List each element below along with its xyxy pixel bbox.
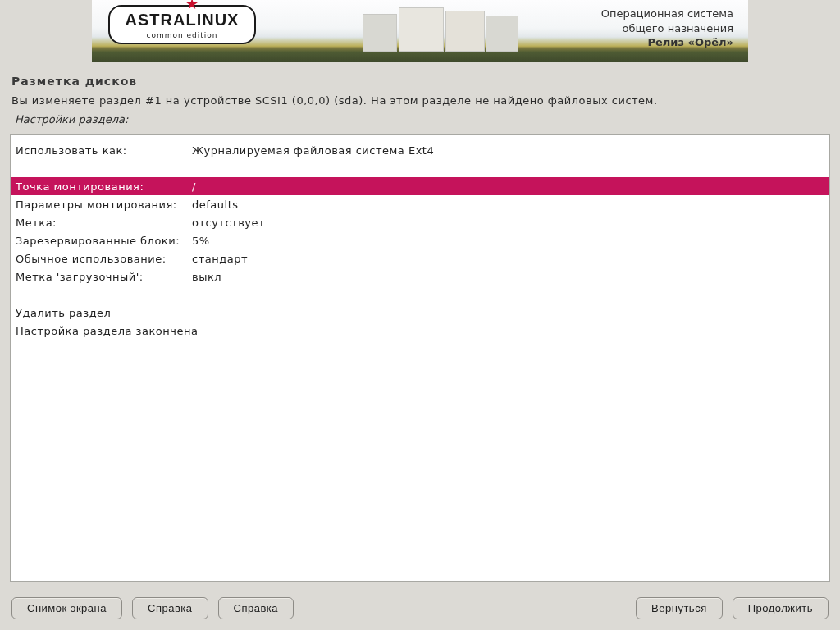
label-fs-label: Метка:: [16, 217, 192, 229]
label-bootable-flag: Метка 'загрузочный':: [16, 271, 192, 283]
row-spacer: [11, 159, 829, 177]
label-typical-usage: Обычное использование:: [16, 253, 192, 265]
value-typical-usage: стандарт: [192, 253, 824, 265]
banner-line2: общего назначения: [601, 21, 733, 36]
star-icon: ★: [185, 0, 199, 11]
label-use-as: Использовать как:: [16, 144, 192, 157]
banner: ★ ASTRALINUX common edition Операционная…: [92, 0, 748, 62]
row-done-setting-up[interactable]: Настройка раздела закончена: [11, 322, 829, 340]
banner-release: Релиз «Орёл»: [601, 35, 733, 50]
footer: Снимок экрана Справка Справка Вернуться …: [0, 589, 840, 630]
row-typical-usage[interactable]: Обычное использование: стандарт: [11, 249, 829, 267]
value-mount-point: /: [192, 180, 824, 193]
page-title: Разметка дисков: [0, 62, 840, 94]
label-delete-partition: Удалить раздел: [16, 307, 111, 319]
screenshot-button[interactable]: Снимок экрана: [11, 597, 122, 619]
page-description: Вы изменяете раздел #1 на устройстве SCS…: [0, 94, 840, 110]
value-fs-label: отсутствует: [192, 217, 824, 229]
settings-panel: Использовать как: Журналируемая файловая…: [10, 134, 830, 582]
row-spacer: [11, 285, 829, 304]
section-subhead: Настройки раздела:: [0, 110, 840, 130]
help-button-2[interactable]: Справка: [218, 597, 294, 619]
continue-button[interactable]: Продолжить: [733, 597, 829, 619]
value-use-as: Журналируемая файловая система Ext4: [192, 144, 824, 157]
row-mount-point[interactable]: Точка монтирования: /: [11, 177, 829, 195]
banner-line1: Операционная система: [601, 7, 733, 21]
row-use-as[interactable]: Использовать как: Журналируемая файловая…: [11, 141, 829, 159]
value-mount-options: defaults: [192, 199, 824, 211]
label-reserved-blocks: Зарезервированные блоки:: [16, 235, 192, 247]
label-mount-options: Параметры монтирования:: [16, 199, 192, 211]
value-bootable-flag: выкл: [192, 271, 824, 283]
distro-logo: ★ ASTRALINUX common edition: [108, 5, 256, 44]
row-bootable-flag[interactable]: Метка 'загрузочный': выкл: [11, 267, 829, 285]
banner-illustration: [363, 7, 535, 57]
row-fs-label[interactable]: Метка: отсутствует: [11, 213, 829, 231]
logo-title: ASTRALINUX: [120, 11, 244, 28]
row-delete-partition[interactable]: Удалить раздел: [11, 304, 829, 322]
row-reserved-blocks[interactable]: Зарезервированные блоки: 5%: [11, 231, 829, 249]
back-button[interactable]: Вернуться: [636, 597, 723, 619]
label-done-setting-up: Настройка раздела закончена: [16, 325, 198, 337]
help-button[interactable]: Справка: [132, 597, 208, 619]
value-reserved-blocks: 5%: [192, 235, 824, 247]
row-mount-options[interactable]: Параметры монтирования: defaults: [11, 195, 829, 213]
label-mount-point: Точка монтирования:: [16, 180, 192, 193]
logo-subtitle: common edition: [120, 30, 244, 39]
banner-text: Операционная система общего назначения Р…: [601, 7, 733, 50]
